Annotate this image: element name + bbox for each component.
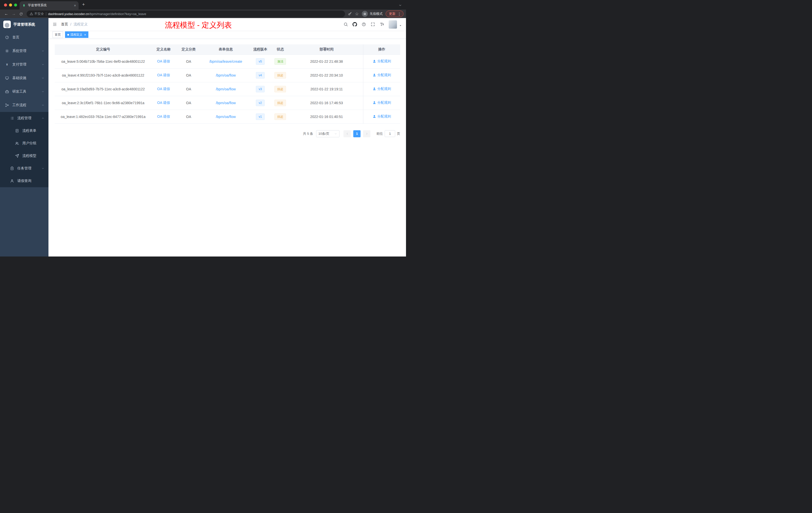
sidebar-item-task-management[interactable]: 任务管理 bbox=[0, 162, 49, 175]
breadcrumb: 首页 / 流程定义 bbox=[61, 22, 88, 27]
assign-rule-link[interactable]: 分配规则 bbox=[373, 100, 391, 105]
definition-name-link[interactable]: OA 请假 bbox=[157, 73, 170, 77]
chevron-down-icon bbox=[41, 167, 45, 170]
logo-image bbox=[3, 21, 11, 28]
window-controls bbox=[4, 3, 17, 6]
sidebar-toggle-button[interactable] bbox=[53, 22, 57, 27]
workflow-icon bbox=[5, 103, 9, 107]
sidebar-item-home[interactable]: 首页 bbox=[0, 31, 49, 44]
fullscreen-icon[interactable] bbox=[371, 22, 375, 27]
col-definition-name: 定义名称 bbox=[151, 44, 175, 55]
sidebar-item-dev-tools[interactable]: 研发工具 bbox=[0, 85, 49, 98]
sidebar-item-label: 流程管理 bbox=[17, 116, 31, 120]
close-window-button[interactable] bbox=[4, 3, 7, 6]
send-icon bbox=[15, 154, 19, 158]
sidebar-item-payment-management[interactable]: 支付管理 bbox=[0, 58, 49, 71]
help-icon[interactable] bbox=[361, 22, 366, 27]
avatar-caret-icon[interactable] bbox=[399, 24, 402, 27]
new-tab-button[interactable]: + bbox=[82, 2, 85, 7]
form-link[interactable]: /bpm/oa/leave/create bbox=[209, 59, 242, 63]
definition-id: oa_leave:5:004b710b-7b8a-11ec-8ef0-acde4… bbox=[61, 59, 145, 63]
definition-category: OA bbox=[186, 115, 191, 119]
tag-label: 流程定义 bbox=[70, 33, 82, 37]
definition-name-link[interactable]: OA 请假 bbox=[157, 101, 170, 105]
url-divider bbox=[46, 12, 46, 16]
user-icon bbox=[373, 73, 376, 77]
tag-home[interactable]: 首页 bbox=[53, 31, 63, 38]
definition-name-link[interactable]: OA 请假 bbox=[157, 59, 170, 63]
version-badge: v2 bbox=[256, 100, 265, 106]
sidebar-item-process-model[interactable]: 流程模型 bbox=[0, 150, 49, 162]
definition-name-link[interactable]: OA 请假 bbox=[157, 115, 170, 118]
definition-table: 定义编号 定义名称 定义分类 表单信息 流程版本 状态 部署时间 操作 oa_l… bbox=[55, 44, 400, 124]
sidebar-item-user-group[interactable]: 用户分组 bbox=[0, 137, 49, 150]
prev-page-button[interactable] bbox=[344, 130, 351, 137]
workflow-submenu: 流程管理 流程表单 用户分组 流程模型 任务管理 请假 bbox=[0, 112, 49, 187]
form-link[interactable]: /bpm/oa/flow bbox=[216, 73, 235, 77]
refresh-button[interactable] bbox=[18, 12, 25, 16]
goto-page-input[interactable] bbox=[385, 130, 395, 137]
toolbar-right-cluster: ☆ 无痕模式 更新 ⋮ bbox=[348, 10, 404, 17]
chevron-down-icon bbox=[41, 77, 45, 80]
form-link[interactable]: /bpm/oa/flow bbox=[216, 115, 235, 119]
sidebar-item-label: 首页 bbox=[12, 35, 19, 40]
forward-button[interactable]: → bbox=[10, 12, 18, 16]
url-text: dashboard.yudao.iocoder.cn/bpm/manager/d… bbox=[48, 12, 146, 16]
address-bar[interactable]: 不安全 dashboard.yudao.iocoder.cn/bpm/manag… bbox=[27, 10, 345, 17]
sidebar-item-label: 研发工具 bbox=[12, 89, 26, 94]
minimize-window-button[interactable] bbox=[9, 3, 12, 6]
assign-rule-link[interactable]: 分配规则 bbox=[373, 114, 391, 119]
sidebar-item-label: 流程表单 bbox=[22, 128, 36, 133]
font-size-icon[interactable] bbox=[380, 22, 384, 27]
form-link[interactable]: /bpm/oa/flow bbox=[216, 87, 235, 91]
incognito-icon bbox=[362, 11, 368, 17]
annotation-title: 流程模型 - 定义列表 bbox=[165, 20, 232, 30]
browser-tab[interactable]: 芋道管理系统 × bbox=[20, 1, 79, 9]
deploy-time: 2022-01-22 19:19:11 bbox=[310, 87, 343, 91]
deploy-time: 2022-01-16 17:46:53 bbox=[310, 101, 343, 105]
page-size-select[interactable]: 10条/页 bbox=[316, 130, 340, 137]
sidebar-item-infrastructure[interactable]: 基础设施 bbox=[0, 71, 49, 85]
github-icon[interactable] bbox=[352, 22, 357, 27]
browser-menu-icon[interactable]: ⋮ bbox=[398, 12, 401, 16]
definition-id: oa_leave:4:991f2193-7b7f-11ec-a3c8-acde4… bbox=[62, 73, 144, 77]
sidebar-item-system-management[interactable]: 系统管理 bbox=[0, 44, 49, 58]
browser-tab-strip: 芋道管理系统 × + bbox=[0, 0, 406, 9]
sidebar-item-workflow[interactable]: 工作流程 bbox=[0, 98, 49, 112]
definition-id: oa_leave:1:482ec033-762a-11ec-8477-a2380… bbox=[61, 115, 146, 119]
goto-label: 前往 bbox=[376, 131, 383, 136]
form-link[interactable]: /bpm/oa/flow bbox=[216, 101, 235, 105]
search-icon[interactable] bbox=[344, 22, 348, 27]
sidebar-item-process-form[interactable]: 流程表单 bbox=[0, 124, 49, 137]
security-status[interactable]: 不安全 bbox=[30, 12, 44, 16]
breadcrumb-home-link[interactable]: 首页 bbox=[61, 22, 68, 27]
app-logo[interactable]: 芋道管理系统 bbox=[0, 18, 49, 31]
col-form-info: 表单信息 bbox=[202, 44, 250, 55]
avatar[interactable] bbox=[389, 20, 397, 29]
assign-rule-link[interactable]: 分配规则 bbox=[373, 73, 391, 77]
update-chip[interactable]: 更新 ⋮ bbox=[386, 10, 404, 17]
col-definition-id: 定义编号 bbox=[55, 44, 151, 55]
col-actions: 操作 bbox=[363, 44, 400, 55]
zoom-window-button[interactable] bbox=[14, 3, 17, 6]
sidebar-item-leave-query[interactable]: 请假查询 bbox=[0, 175, 49, 187]
next-page-button[interactable] bbox=[363, 130, 370, 137]
sidebar-item-label: 流程模型 bbox=[22, 154, 36, 158]
sidebar-item-process-management[interactable]: 流程管理 bbox=[0, 112, 49, 124]
tab-close-icon[interactable]: × bbox=[74, 3, 76, 7]
tag-close-icon[interactable]: × bbox=[84, 33, 86, 36]
warning-icon bbox=[30, 12, 33, 16]
page-number-button[interactable]: 1 bbox=[353, 130, 360, 137]
tag-process-definition[interactable]: 流程定义 × bbox=[65, 31, 88, 38]
assign-rule-link[interactable]: 分配规则 bbox=[373, 87, 391, 91]
back-button[interactable]: ← bbox=[2, 12, 10, 16]
bookmark-star-icon[interactable]: ☆ bbox=[355, 11, 359, 17]
users-icon bbox=[15, 141, 19, 145]
version-badge: v3 bbox=[256, 86, 265, 92]
key-icon[interactable] bbox=[348, 12, 352, 16]
deploy-time: 2022-01-22 21:48:38 bbox=[310, 59, 343, 63]
assign-rule-link[interactable]: 分配规则 bbox=[373, 59, 391, 63]
tab-list-chevron-icon[interactable] bbox=[399, 3, 402, 7]
col-deploy-time: 部署时间 bbox=[290, 44, 363, 55]
definition-name-link[interactable]: OA 请假 bbox=[157, 87, 170, 91]
